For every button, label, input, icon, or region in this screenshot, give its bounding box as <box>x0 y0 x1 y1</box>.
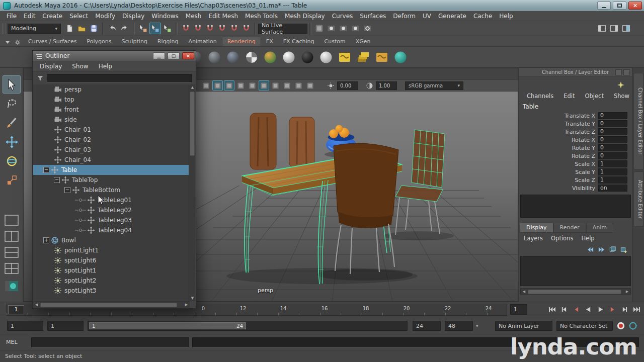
channel-box-menu-show[interactable]: Show <box>614 93 629 100</box>
menu-mesh-display[interactable]: Mesh Display <box>281 13 329 20</box>
channel-label-scale-z[interactable]: Scale Z <box>519 177 598 184</box>
menu-surfaces[interactable]: Surfaces <box>356 13 389 20</box>
menu-mesh-tools[interactable]: Mesh Tools <box>242 13 281 20</box>
two-d-pan-zoom-icon[interactable] <box>282 80 292 90</box>
outliner-item-tableleg04[interactable]: TableLeg04 <box>33 225 190 235</box>
chair-back-left[interactable] <box>250 113 276 169</box>
scroll-down-icon[interactable]: ▼ <box>189 295 196 301</box>
outliner-vertical-scrollbar[interactable]: ▲ ▼ <box>189 84 195 301</box>
selected-object-name[interactable]: Table <box>523 103 538 110</box>
select-tool[interactable] <box>3 75 21 94</box>
channel-value-translate-z[interactable]: 0 <box>598 128 627 135</box>
playback-end-field[interactable]: 24 <box>413 321 441 331</box>
channel-box-header[interactable]: Channel Box / Layer Editor <box>519 68 632 77</box>
open-scene-icon[interactable] <box>76 23 88 34</box>
save-scene-icon[interactable] <box>88 23 100 34</box>
minimize-button[interactable] <box>597 2 611 10</box>
channel-value-visibility[interactable]: on <box>598 185 627 192</box>
outliner-search-input[interactable] <box>47 74 192 82</box>
current-frame-indicator[interactable]: 1 <box>8 305 24 314</box>
channel-box-menu-edit[interactable]: Edit <box>564 93 575 100</box>
construction-history-icon[interactable] <box>313 23 325 34</box>
channel-value-scale-y[interactable]: 1 <box>598 168 627 175</box>
single-pane-layout[interactable] <box>3 213 20 227</box>
use-all-lights-icon[interactable] <box>235 80 246 90</box>
current-time-field[interactable]: 1 <box>510 304 527 315</box>
play-forwards-icon[interactable] <box>595 304 606 315</box>
outliner-item-tableleg01[interactable]: TableLeg01 <box>33 195 190 205</box>
toggle-channel-box-icon[interactable] <box>620 23 632 34</box>
menu-display[interactable]: Display <box>119 13 148 20</box>
step-forward-frame-icon[interactable] <box>619 304 630 315</box>
outliner-menu-display[interactable]: Display <box>35 63 67 70</box>
step-back-key-icon[interactable] <box>571 304 582 315</box>
exposure-field[interactable]: 0.00 <box>337 81 358 90</box>
expander-expanded-icon[interactable]: − <box>43 167 49 173</box>
toggle-attribute-editor-icon[interactable] <box>608 23 620 34</box>
material-sphere-3-icon[interactable] <box>225 50 240 65</box>
snap-to-projected-center-icon[interactable] <box>216 23 228 34</box>
layer-tab-render[interactable]: Render <box>553 223 586 233</box>
live-surface-field[interactable]: No Live Surface <box>258 24 307 34</box>
select-hierarchy-icon[interactable] <box>137 23 149 34</box>
auto-keyframe-icon[interactable] <box>616 321 626 331</box>
four-pane-layout[interactable] <box>3 261 20 276</box>
select-component-icon[interactable] <box>162 23 173 34</box>
layer-menu-options[interactable]: Options <box>551 235 573 242</box>
float-panel-button[interactable] <box>615 69 622 75</box>
add-empty-layer-icon[interactable] <box>608 245 617 254</box>
outliner-item-tableleg02[interactable]: TableLeg02 <box>33 205 190 215</box>
undo-icon[interactable] <box>107 23 118 34</box>
channel-label-rotate-y[interactable]: Rotate Y <box>519 145 598 151</box>
snap-to-grid-icon[interactable] <box>180 23 192 34</box>
persp-outliner-layout[interactable] <box>3 278 20 295</box>
outliner-item-chair-02[interactable]: Chair_02 <box>33 135 190 145</box>
paint-effects-icon[interactable] <box>393 50 408 65</box>
outliner-item-side[interactable]: side <box>33 115 190 125</box>
tab-attribute-editor[interactable]: Attribute Editor <box>633 171 643 227</box>
material-sphere-2-icon[interactable] <box>207 50 222 65</box>
outliner-item-table[interactable]: −Table <box>33 165 190 175</box>
layer-menu-layers[interactable]: Layers <box>524 235 543 242</box>
channel-label-visibility[interactable]: Visibility <box>519 185 598 192</box>
shelf-tab-fx-caching[interactable]: FX Caching <box>278 37 319 46</box>
render-layers-icon[interactable] <box>356 50 371 65</box>
menu-deform[interactable]: Deform <box>389 13 419 20</box>
move-tool[interactable] <box>3 133 21 151</box>
outliner-horizontal-scrollbar[interactable]: ◀ ▶ <box>33 301 190 308</box>
step-forward-key-icon[interactable] <box>607 304 618 315</box>
menu-cache[interactable]: Cache <box>470 13 496 20</box>
shaded-icon[interactable] <box>212 80 223 90</box>
shaded-sphere-icon[interactable] <box>263 50 278 65</box>
make-live-icon[interactable] <box>240 23 252 34</box>
outliner-filter-icon[interactable] <box>37 75 44 82</box>
outliner-minimize-button[interactable]: ▁ <box>153 52 165 59</box>
playback-start-field[interactable]: 1 <box>47 321 84 331</box>
shelf-tab-custom[interactable]: Custom <box>319 37 351 46</box>
redo-icon[interactable] <box>119 23 130 34</box>
channel-settings-icon[interactable] <box>617 81 625 89</box>
outliner-item-spotlight3[interactable]: spotLight3 <box>33 286 190 296</box>
exposure-icon[interactable] <box>326 80 336 90</box>
outliner-item-spotlight2[interactable]: spotLight2 <box>33 276 190 286</box>
outliner-item-chair-03[interactable]: Chair_03 <box>33 145 190 155</box>
shelf-tab-polygons[interactable]: Polygons <box>82 37 117 46</box>
status-line-grip[interactable] <box>3 23 6 34</box>
outliner-window[interactable]: Outliner ▁ ▢ ✕ DisplayShowHelp persptopf… <box>32 50 196 309</box>
channel-label-scale-y[interactable]: Scale Y <box>519 169 598 175</box>
layer-next-icon[interactable] <box>597 245 606 254</box>
outliner-maximize-button[interactable]: ▢ <box>168 52 180 59</box>
title-bar[interactable]: Autodesk Maya 2016 - C:\Users\Lynda\Desk… <box>0 0 644 11</box>
layer-tab-display[interactable]: Display <box>520 223 553 233</box>
outliner-item-bowl[interactable]: +Bowl <box>33 235 190 245</box>
layer-menu-help[interactable]: Help <box>581 235 594 242</box>
white-sphere-icon[interactable] <box>318 50 334 65</box>
channel-box-menu-object[interactable]: Object <box>585 93 604 100</box>
outliner-item-tablebottom[interactable]: −TableBottom <box>33 185 190 195</box>
channel-value-rotate-y[interactable]: 0 <box>598 144 627 151</box>
channel-box-menu-channels[interactable]: Channels <box>527 93 553 100</box>
snap-to-curve-icon[interactable] <box>192 23 204 34</box>
range-options-icon[interactable]: ▾ <box>476 321 484 331</box>
shelf-tab-xgen[interactable]: XGen <box>351 37 376 46</box>
toggle-tool-settings-icon[interactable] <box>596 23 608 34</box>
